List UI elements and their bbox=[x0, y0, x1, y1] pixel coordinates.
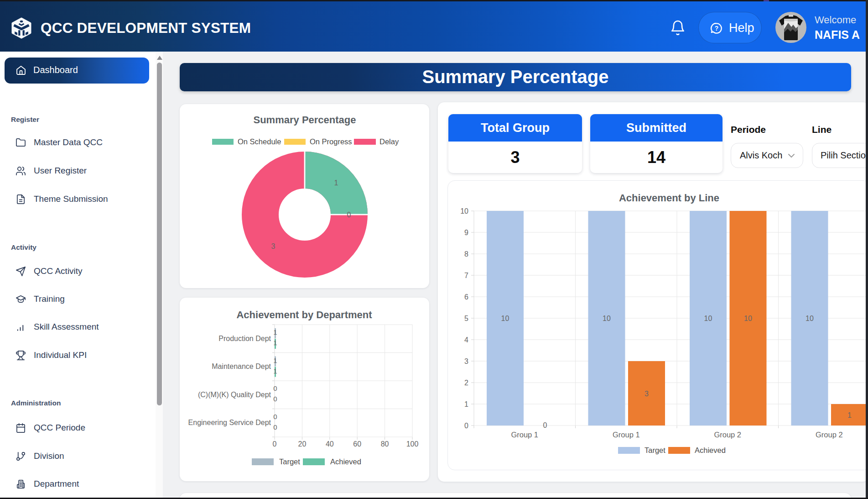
svg-text:0: 0 bbox=[543, 421, 547, 429]
svg-text:0: 0 bbox=[273, 395, 277, 403]
svg-text:7: 7 bbox=[464, 272, 468, 279]
svg-text:Group 1: Group 1 bbox=[511, 431, 538, 439]
svg-text:1: 1 bbox=[273, 367, 277, 375]
svg-text:0: 0 bbox=[273, 440, 277, 448]
svg-text:3: 3 bbox=[464, 357, 468, 365]
svg-text:Summary Percentage: Summary Percentage bbox=[254, 114, 356, 126]
svg-text:Group 2: Group 2 bbox=[714, 431, 741, 439]
svg-text:10: 10 bbox=[744, 315, 752, 322]
svg-text:100: 100 bbox=[406, 440, 419, 448]
svg-text:(C)(M)(K) Quality Dept: (C)(M)(K) Quality Dept bbox=[198, 391, 271, 399]
svg-text:10: 10 bbox=[806, 315, 814, 322]
svg-text:5: 5 bbox=[464, 315, 468, 322]
svg-text:10: 10 bbox=[460, 207, 468, 215]
svg-text:?: ? bbox=[715, 25, 718, 32]
svg-text:0: 0 bbox=[464, 422, 468, 430]
svg-text:1: 1 bbox=[464, 400, 468, 408]
svg-text:6: 6 bbox=[464, 293, 468, 301]
svg-text:60: 60 bbox=[353, 440, 361, 448]
svg-text:Target: Target bbox=[279, 457, 300, 466]
svg-text:1: 1 bbox=[334, 179, 338, 187]
svg-text:1: 1 bbox=[273, 328, 277, 336]
svg-text:0: 0 bbox=[273, 384, 277, 392]
svg-text:Maintenance Dept: Maintenance Dept bbox=[212, 362, 271, 370]
svg-text:Achievement by Line: Achievement by Line bbox=[619, 192, 719, 204]
svg-text:10: 10 bbox=[501, 315, 509, 322]
svg-text:Engineering Service Dept: Engineering Service Dept bbox=[188, 419, 271, 426]
svg-text:3: 3 bbox=[271, 242, 275, 250]
svg-text:1: 1 bbox=[847, 411, 852, 419]
svg-text:0: 0 bbox=[273, 413, 277, 420]
svg-text:1: 1 bbox=[273, 357, 277, 364]
svg-text:20: 20 bbox=[298, 440, 307, 448]
svg-text:Target: Target bbox=[645, 446, 665, 454]
svg-text:1: 1 bbox=[273, 339, 277, 347]
svg-text:0: 0 bbox=[273, 423, 277, 431]
svg-text:3: 3 bbox=[645, 390, 649, 398]
svg-text:Delay: Delay bbox=[379, 137, 399, 146]
svg-text:2: 2 bbox=[464, 379, 468, 387]
svg-text:Production Dept: Production Dept bbox=[218, 335, 271, 342]
svg-text:10: 10 bbox=[603, 315, 611, 322]
svg-text:8: 8 bbox=[464, 250, 468, 258]
svg-text:10: 10 bbox=[704, 315, 712, 322]
svg-text:On Schedule: On Schedule bbox=[238, 137, 281, 146]
svg-text:0: 0 bbox=[347, 211, 351, 219]
svg-text:Group 1: Group 1 bbox=[613, 431, 640, 439]
svg-text:4: 4 bbox=[464, 336, 468, 344]
svg-text:Achieved: Achieved bbox=[330, 457, 361, 466]
svg-text:Achieved: Achieved bbox=[695, 446, 726, 454]
svg-text:80: 80 bbox=[381, 440, 389, 448]
svg-text:On Progress: On Progress bbox=[310, 137, 352, 146]
svg-text:Group 2: Group 2 bbox=[816, 431, 843, 439]
svg-text:Achievement by Department: Achievement by Department bbox=[236, 309, 372, 320]
svg-text:9: 9 bbox=[464, 229, 468, 236]
svg-text:40: 40 bbox=[326, 440, 334, 448]
